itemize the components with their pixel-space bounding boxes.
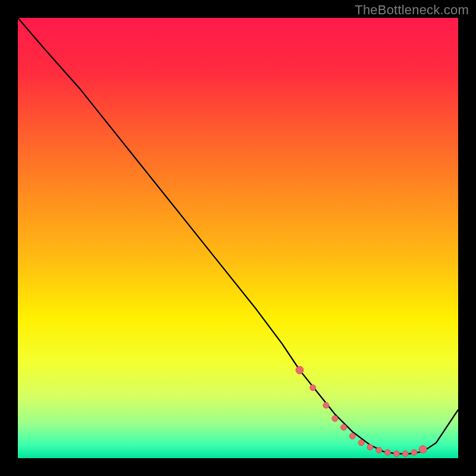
marker-point <box>393 451 399 457</box>
marker-point <box>296 367 303 374</box>
marker-point <box>385 449 391 455</box>
gradient-rect <box>18 18 458 458</box>
chart-frame: TheBottleneck.com <box>0 0 476 476</box>
plot-area <box>18 18 458 458</box>
marker-point <box>402 451 408 457</box>
marker-point <box>376 447 382 453</box>
marker-point <box>332 415 338 421</box>
marker-point <box>323 402 329 408</box>
marker-point <box>411 449 417 455</box>
marker-point <box>367 444 373 450</box>
chart-svg <box>18 18 458 458</box>
attribution-label: TheBottleneck.com <box>355 2 469 18</box>
marker-point <box>310 385 316 391</box>
marker-point <box>358 440 364 446</box>
marker-point <box>341 424 347 430</box>
marker-point <box>419 446 427 453</box>
marker-point <box>349 433 355 439</box>
